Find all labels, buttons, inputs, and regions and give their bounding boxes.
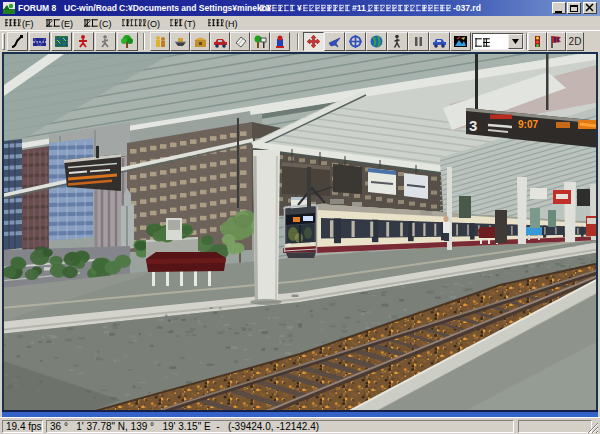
svg-text:(T): (T) bbox=[184, 19, 196, 29]
svg-text:(E): (E) bbox=[61, 19, 73, 29]
svg-text:C:¥Documents and Settings¥mine: C:¥Documents and Settings¥mineko¥ bbox=[119, 3, 272, 13]
svg-text:#11_: #11_ bbox=[352, 3, 371, 13]
svg-text:(H): (H) bbox=[225, 19, 238, 29]
svg-text:-037.rd: -037.rd bbox=[453, 3, 481, 13]
svg-text:(O): (O) bbox=[147, 19, 160, 29]
svg-text:(C): (C) bbox=[99, 19, 112, 29]
svg-text:¥: ¥ bbox=[297, 3, 302, 13]
svg-text:(F): (F) bbox=[22, 19, 34, 29]
svg-text:FORUM 8: FORUM 8 bbox=[18, 3, 57, 13]
svg-text:UC-win/Road: UC-win/Road bbox=[64, 3, 117, 13]
